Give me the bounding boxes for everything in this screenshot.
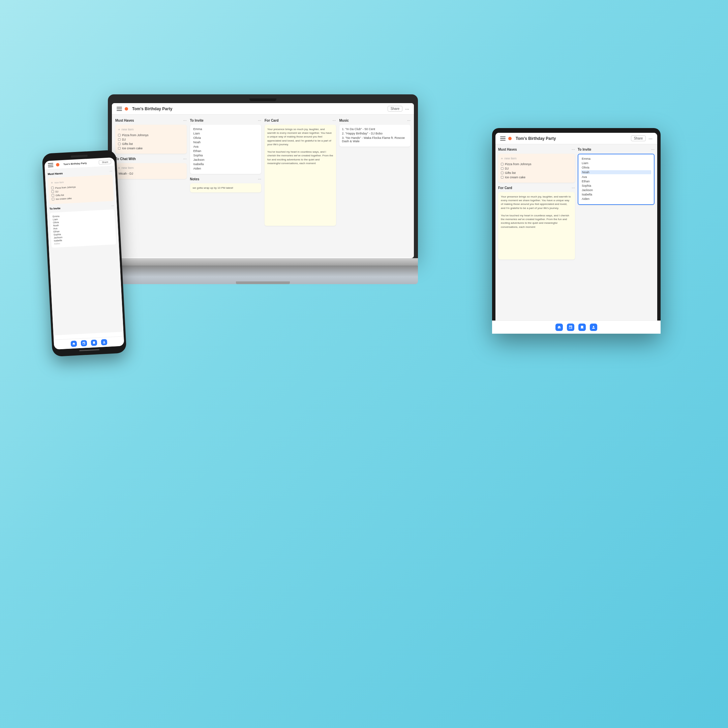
laptop-share-button[interactable]: Share <box>388 106 403 112</box>
tablet-for-card-title: For Card <box>498 186 512 190</box>
music-item-1: 2. "Happy Birthday" - DJ Bobo <box>342 132 408 135</box>
phone-person-nav[interactable] <box>101 339 107 346</box>
tablet-bookmark-nav[interactable] <box>578 324 586 328</box>
must-haves-card: new item Pizza from Johnnys DJ Gift <box>115 125 187 154</box>
music-header: Music ··· <box>340 118 411 123</box>
to-invite-title: To Invite <box>190 119 203 122</box>
invite-5: Ethan <box>193 149 259 153</box>
must-haves-item-2: Gifts list <box>118 142 184 145</box>
tablet-home-nav[interactable] <box>555 324 563 328</box>
tablet-hamburger-icon[interactable] <box>500 136 506 141</box>
tablet-for-card-dots[interactable]: ··· <box>572 185 575 190</box>
checkbox-1[interactable] <box>118 138 121 141</box>
must-haves-dots[interactable]: ··· <box>183 118 187 123</box>
invite-0: Emma <box>193 127 259 131</box>
tablet-dots-icon[interactable]: ··· <box>648 136 653 141</box>
phone-orange-dot <box>56 163 60 167</box>
tablet-board: Must Haves ··· new item Pizza from Johnn… <box>496 144 657 327</box>
laptop-notch <box>249 98 276 101</box>
to-chat-title: To Chat With <box>115 157 136 161</box>
tablet-app-header: Tom's Birthday Party Share ··· <box>496 133 657 144</box>
tablet-for-card-header: For Card ··· <box>498 185 575 190</box>
tablet-calendar-nav[interactable] <box>567 324 574 328</box>
phone-home-nav[interactable] <box>71 341 77 347</box>
invite-3: Noah <box>193 141 259 144</box>
tablet-must-haves-header: Must Haves ··· <box>498 147 575 151</box>
tablet-to-invite-dots[interactable]: ··· <box>651 147 655 151</box>
checkbox-3[interactable] <box>118 147 121 150</box>
phone-must-haves-dots[interactable]: ··· <box>110 169 113 173</box>
tablet-invite-6: Sophia <box>581 184 651 187</box>
laptop-base <box>108 258 418 266</box>
for-card-header: For Card ··· <box>265 118 336 123</box>
tablet-invite-2: Olivia <box>581 166 651 169</box>
invite-9: Aiden <box>193 167 259 170</box>
notes-dots[interactable]: ··· <box>258 177 261 181</box>
must-haves-item-1: DJ <box>118 138 184 141</box>
notes-header: Notes ··· <box>190 177 262 181</box>
tablet-new-item[interactable]: new item <box>501 156 572 161</box>
phone-to-invite-dots[interactable]: ··· <box>111 203 114 207</box>
laptop-screen-outer: Tom's Birthday Party Share ··· Must Have… <box>108 94 418 258</box>
phone-new-item[interactable]: new item <box>51 177 110 185</box>
tablet-invite-4: Ava <box>581 175 651 179</box>
invite-8: Isabella <box>193 162 259 166</box>
to-chat-card: new item Micah - DJ <box>115 163 187 179</box>
phone-share-button[interactable]: Share <box>99 159 111 164</box>
tablet-invite-7: Jackson <box>581 188 651 192</box>
phone-header-left: Tom's Birthday Party <box>48 161 87 167</box>
laptop-dots-icon[interactable]: ··· <box>405 106 409 112</box>
tablet-person-nav[interactable] <box>590 324 597 328</box>
music-column: Music ··· 1. "In Da Club" - 50 Cent 2. "… <box>340 118 411 254</box>
tablet-must-item-0: Pizza from Johnnys <box>501 162 572 166</box>
checkbox-0[interactable] <box>118 134 121 136</box>
to-invite-card: Emma Liam Olivia Noah Ava Ethan Sophia J… <box>190 125 262 174</box>
music-dots[interactable]: ··· <box>407 118 410 123</box>
to-invite-dots[interactable]: ··· <box>258 118 261 123</box>
music-item-0: 1. "In Da Club" - 50 Cent <box>342 127 408 131</box>
tablet-to-invite-col: To Invite ··· Emma Liam Olivia Noah Ava … <box>578 147 655 325</box>
tablet-bottom-nav <box>496 321 657 328</box>
tablet-orange-dot <box>508 137 512 140</box>
phone-device: Tom's Birthday Party Share Must Haves ··… <box>42 150 126 357</box>
tablet-to-invite-title: To Invite <box>578 148 591 151</box>
to-chat-dots[interactable]: ··· <box>183 156 187 161</box>
checkbox-2[interactable] <box>118 142 121 145</box>
phone-to-invite-card: Emma Liam Olivia Noah Ava Ethan Sophia J… <box>50 209 116 248</box>
invite-6: Sophia <box>193 154 259 157</box>
phone-body: Tom's Birthday Party Share Must Haves ··… <box>42 150 126 357</box>
to-chat-item-0: Micah - DJ <box>118 172 184 175</box>
laptop-notch-bar <box>112 98 414 101</box>
tablet-screen: Tom's Birthday Party Share ··· Must Have… <box>496 133 657 328</box>
tablet-invite-9: Aiden <box>581 197 651 200</box>
must-haves-new-item[interactable]: new item <box>118 127 184 132</box>
to-invite-column: To Invite ··· Emma Liam Olivia Noah Ava … <box>190 118 262 254</box>
tablet-for-card-text: Your presence brings so much joy, laught… <box>501 195 572 229</box>
tablet-header-right: Share ··· <box>631 136 653 141</box>
invite-7: Jackson <box>193 158 259 161</box>
for-card-text: Your presence brings so much joy, laught… <box>267 127 333 165</box>
tablet-share-button[interactable]: Share <box>631 136 646 141</box>
notes-card: we gotta wrap up by 10 PM latest! <box>190 184 262 193</box>
tablet-invite-0: Emma <box>581 157 651 161</box>
laptop-hinge <box>108 266 418 284</box>
phone-hamburger-icon[interactable] <box>48 163 54 167</box>
tablet-invite-3: Noah <box>581 170 651 174</box>
tablet-must-item-3: Ice cream cake <box>501 176 572 179</box>
phone-calendar-nav[interactable] <box>81 340 87 346</box>
hamburger-icon[interactable] <box>116 107 122 111</box>
laptop-header-left: Tom's Birthday Party <box>116 107 172 111</box>
must-haves-item-0: Pizza from Johnnys <box>118 133 184 137</box>
invite-4: Ava <box>193 145 259 148</box>
tablet-device: Tom's Birthday Party Share ··· Must Have… <box>492 128 661 334</box>
to-chat-new-item[interactable]: new item <box>118 166 184 170</box>
for-card-dots[interactable]: ··· <box>332 118 336 123</box>
tablet-must-haves-dots[interactable]: ··· <box>572 147 575 151</box>
to-chat-header: To Chat With ··· <box>115 156 187 161</box>
must-haves-column: Must Haves ··· new item Pizza from Johnn… <box>115 118 187 254</box>
phone-app-title: Tom's Birthday Party <box>63 162 87 165</box>
phone-bookmark-nav[interactable] <box>91 340 97 346</box>
phone-to-invite-title: To Invite <box>49 207 61 211</box>
music-item-2: 3. "No Hands" - Waka Flocka Flame ft. Ro… <box>342 136 408 143</box>
to-invite-header: To Invite ··· <box>190 118 262 123</box>
